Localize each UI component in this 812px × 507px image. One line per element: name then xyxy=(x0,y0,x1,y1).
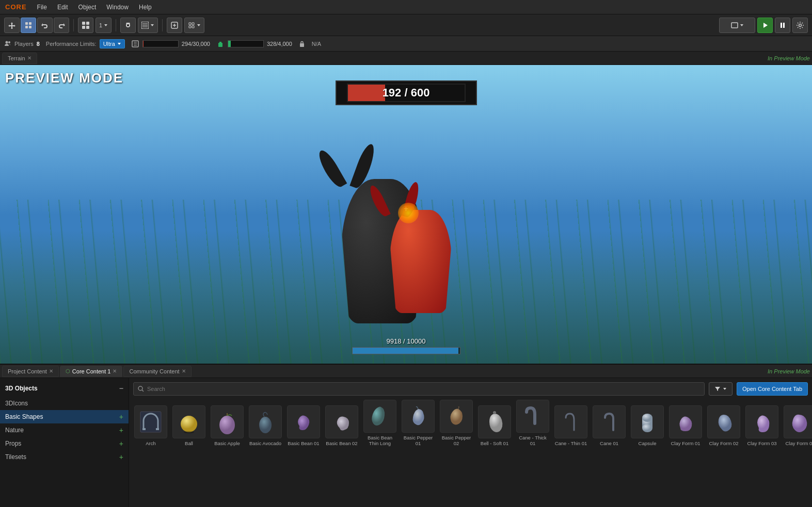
redo-btn[interactable] xyxy=(54,18,69,33)
camera-btn[interactable] xyxy=(120,18,136,33)
svg-rect-25 xyxy=(142,428,146,430)
capsule-name: Capsule xyxy=(639,440,657,446)
object-clay-form-02[interactable]: Clay Form 02 xyxy=(706,405,741,446)
object-cane-thin-01[interactable]: Cane - Thin 01 xyxy=(553,405,588,446)
object-ball[interactable]: Ball xyxy=(171,405,206,446)
object-capsule[interactable]: Capsule xyxy=(630,405,665,446)
tilesets-add-btn[interactable]: + xyxy=(119,453,123,461)
sidebar-item-3dicons-label: 3DIcons xyxy=(5,400,28,407)
search-input[interactable] xyxy=(147,386,700,392)
bottom-tab-core-close[interactable]: ✕ xyxy=(113,368,117,374)
object-basic-apple[interactable]: Basic Apple xyxy=(210,405,245,446)
menu-object[interactable]: Object xyxy=(73,0,102,14)
object-bell-soft-01[interactable]: Bell - Soft 01 xyxy=(477,405,512,446)
open-core-content-tab-btn[interactable]: Open Core Content Tab xyxy=(737,382,808,396)
object-cane-01[interactable]: Cane 01 xyxy=(592,405,627,446)
svg-point-33 xyxy=(642,414,652,422)
player-health-container: 9918 / 10000 xyxy=(352,337,460,354)
tab-terrain[interactable]: Terrain ✕ xyxy=(2,53,37,64)
cane-thin-01-name: Cane - Thin 01 xyxy=(555,440,587,446)
screen-size-btn[interactable] xyxy=(719,18,755,33)
nature-add-btn[interactable]: + xyxy=(119,426,123,434)
svg-rect-0 xyxy=(25,22,28,25)
object-btn[interactable] xyxy=(167,18,182,33)
object-grid: Arch xyxy=(133,400,808,447)
sidebar-collapse-btn[interactable]: − xyxy=(119,384,123,392)
enemy-health-display: 192 / 600 xyxy=(336,80,477,105)
viewport[interactable]: PREVIEW MODE 192 / 600 + 9918 / 10000 xyxy=(0,65,812,365)
props-add-btn[interactable]: + xyxy=(119,439,123,448)
bottom-tab-community-close[interactable]: ✕ xyxy=(182,368,186,374)
mesh-status: 294/30,000 xyxy=(131,40,210,48)
sidebar-item-tilesets[interactable]: Tilesets + xyxy=(0,450,129,464)
props-label: Props xyxy=(5,440,21,447)
player-health-text: 9918 / 10000 xyxy=(387,337,426,345)
object-basic-pepper-01[interactable]: Basic Pepper 01 xyxy=(401,400,436,447)
mesh-progress-fill xyxy=(143,41,144,47)
viewport-preview-badge: In Preview Mode xyxy=(768,55,810,61)
clay-form-03-thumb xyxy=(745,405,778,438)
bottom-tab-project[interactable]: Project Content ✕ xyxy=(2,366,59,377)
menu-help[interactable]: Help xyxy=(134,0,157,14)
mesh-progress-bg xyxy=(142,40,179,47)
ball-name: Ball xyxy=(185,440,193,446)
poly-status: 328/4,000 xyxy=(216,40,292,48)
poly-value: 328/4,000 xyxy=(267,41,292,47)
object-clay-form-04[interactable]: Clay Form 04 xyxy=(783,405,812,446)
object-basic-bean-02[interactable]: Basic Bean 02 xyxy=(324,405,359,446)
transform-btn[interactable] xyxy=(184,18,204,33)
sidebar-item-nature[interactable]: Nature + xyxy=(0,423,129,437)
filter-chevron-icon xyxy=(723,387,727,391)
snap-btn[interactable] xyxy=(21,18,36,33)
menu-window[interactable]: Window xyxy=(101,0,134,14)
svg-marker-13 xyxy=(763,23,768,28)
filter-btn[interactable] xyxy=(709,382,733,396)
bottom-tab-core-label: Core Content 1 xyxy=(72,368,111,374)
bottom-tab-core[interactable]: ⬡ Core Content 1 ✕ xyxy=(60,366,123,377)
settings-btn[interactable] xyxy=(792,18,808,33)
move-tool-btn[interactable] xyxy=(4,18,20,33)
basic-shapes-add-btn[interactable]: + xyxy=(119,413,123,421)
number-dropdown[interactable]: 1 xyxy=(95,18,112,33)
nature-label: Nature xyxy=(5,427,24,434)
sidebar-item-3dicons[interactable]: 3DIcons xyxy=(0,397,129,410)
object-clay-form-03[interactable]: Clay Form 03 xyxy=(744,405,779,446)
clay-form-04-thumb xyxy=(784,405,812,438)
basic-pepper-02-name: Basic Pepper 02 xyxy=(440,435,473,447)
grid-btn[interactable] xyxy=(78,18,93,33)
object-basic-pepper-02[interactable]: Basic Pepper 02 xyxy=(439,400,474,447)
sidebar-header: 3D Objects − xyxy=(0,382,129,397)
svg-point-30 xyxy=(259,417,272,433)
health-fill xyxy=(348,85,385,101)
object-clay-form-01[interactable]: Clay Form 01 xyxy=(668,405,703,446)
play-btn[interactable] xyxy=(757,18,773,33)
search-box xyxy=(133,382,705,396)
clay-form-01-name: Clay Form 01 xyxy=(671,440,700,446)
object-basic-bean-thin-long[interactable]: Basic Bean Thin Long xyxy=(362,400,397,447)
object-cane-thick-01[interactable]: Cane - Thick 01 xyxy=(515,400,550,447)
menu-file[interactable]: File xyxy=(32,0,52,14)
basic-pepper-01-thumb xyxy=(402,400,435,433)
object-arch[interactable]: Arch xyxy=(133,405,168,446)
bottom-tab-community[interactable]: Community Content ✕ xyxy=(123,366,191,377)
perf-dropdown[interactable]: Ultra xyxy=(100,39,125,48)
clay-form-02-name: Clay Form 02 xyxy=(709,440,738,446)
bottom-tab-project-close[interactable]: ✕ xyxy=(49,368,53,374)
perf-level: Ultra xyxy=(103,41,115,47)
pause-btn[interactable] xyxy=(775,18,790,33)
undo-btn[interactable] xyxy=(37,18,53,33)
object-basic-bean-01[interactable]: Basic Bean 01 xyxy=(286,405,321,446)
sidebar-item-basic-shapes[interactable]: Basic Shapes + xyxy=(0,410,129,423)
cane-thick-01-name: Cane - Thick 01 xyxy=(516,435,549,447)
bell-soft-01-name: Bell - Soft 01 xyxy=(481,440,508,446)
viewport-tab-bar: Terrain ✕ In Preview Mode xyxy=(0,52,812,65)
sidebar-item-props[interactable]: Props + xyxy=(0,437,129,450)
view-dropdown[interactable] xyxy=(138,18,158,33)
tab-terrain-close[interactable]: ✕ xyxy=(27,55,31,61)
basic-apple-name: Basic Apple xyxy=(214,440,240,446)
na-status: N/A xyxy=(312,41,321,47)
basic-bean-thin-long-name: Basic Bean Thin Long xyxy=(363,435,396,447)
menu-edit[interactable]: Edit xyxy=(52,0,73,14)
object-basic-avocado[interactable]: Basic Avocado xyxy=(248,405,283,446)
clay-form-03-name: Clay Form 03 xyxy=(747,440,776,446)
